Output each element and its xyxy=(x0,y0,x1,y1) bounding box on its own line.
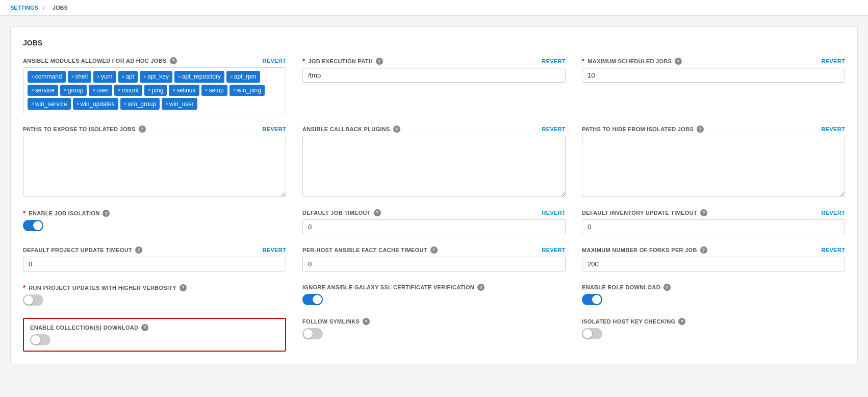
tag-apt-rpm: ×apt_rpm xyxy=(226,71,260,83)
follow-symlinks-thumb xyxy=(303,329,313,338)
run-project-updates-label: RUN PROJECT UPDATES WITH HIGHER VERBOSIT… xyxy=(29,285,176,291)
enable-role-download-toggle[interactable] xyxy=(582,294,602,305)
tag-apt: ×apt xyxy=(118,71,138,83)
breadcrumb-current: JOBS xyxy=(53,5,68,11)
isolated-host-key-checking-thumb xyxy=(583,329,592,338)
tag-mount: ×mount xyxy=(114,85,142,96)
run-project-updates-track xyxy=(23,294,43,306)
follow-symlinks-label: FOLLOW SYMLINKS xyxy=(302,318,360,325)
default-inventory-update-timeout-revert-btn[interactable]: REVERT xyxy=(822,210,845,216)
paths-expose-input[interactable] xyxy=(23,136,286,197)
enable-collections-download-field: ENABLE COLLECTION(S) DOWNLOAD ? xyxy=(23,318,286,352)
default-inventory-update-timeout-label: DEFAULT INVENTORY UPDATE TIMEOUT xyxy=(582,210,697,216)
paths-expose-field: PATHS TO EXPOSE TO ISOLATED JOBS ? REVER… xyxy=(23,126,286,197)
enable-collections-download-label: ENABLE COLLECTION(S) DOWNLOAD xyxy=(30,325,138,331)
enable-collections-download-thumb xyxy=(31,335,40,344)
ignore-ansible-galaxy-ssl-help-icon[interactable]: ? xyxy=(477,284,484,291)
paths-expose-help-icon[interactable]: ? xyxy=(139,126,146,133)
ansible-callback-plugins-field: ANSIBLE CALLBACK PLUGINS ? REVERT xyxy=(302,126,566,197)
per-host-ansible-fact-cache-revert-btn[interactable]: REVERT xyxy=(542,247,566,253)
settings-link[interactable]: SETTINGS xyxy=(10,5,38,11)
default-project-update-timeout-label: DEFAULT PROJECT UPDATE TIMEOUT xyxy=(23,247,132,253)
isolated-host-key-checking-label: ISOLATED HOST KEY CHECKING xyxy=(582,318,675,325)
enable-role-download-label: ENABLE ROLE DOWNLOAD xyxy=(582,284,660,290)
run-project-updates-help-icon[interactable]: ? xyxy=(180,284,187,291)
paths-expose-revert-btn[interactable]: REVERT xyxy=(263,126,286,132)
ansible-modules-help-icon[interactable]: ? xyxy=(170,57,177,64)
enable-job-isolation-toggle[interactable] xyxy=(23,220,43,231)
follow-symlinks-field: FOLLOW SYMLINKS ? xyxy=(302,318,566,352)
enable-collections-download-help-icon[interactable]: ? xyxy=(141,324,148,331)
follow-symlinks-toggle[interactable] xyxy=(302,328,323,339)
tag-service: ×service xyxy=(28,85,58,96)
enable-job-isolation-field: * ENABLE JOB ISOLATION ? xyxy=(23,209,286,234)
maximum-number-of-forks-revert-btn[interactable]: REVERT xyxy=(822,247,845,253)
tag-selinux: ×selinux xyxy=(169,85,199,96)
per-host-ansible-fact-cache-help-icon[interactable]: ? xyxy=(430,246,438,254)
default-job-timeout-field: DEFAULT JOB TIMEOUT ? REVERT xyxy=(302,209,566,234)
tag-win-updates: ×win_updates xyxy=(73,98,118,110)
job-execution-path-field: * JOB EXECUTION PATH ? REVERT xyxy=(302,57,566,113)
maximum-number-of-forks-label: MAXIMUM NUMBER OF FORKS PER JOB xyxy=(582,247,697,253)
default-inventory-update-timeout-help-icon[interactable]: ? xyxy=(700,209,707,216)
per-host-ansible-fact-cache-field: PER-HOST ANSIBLE FACT CACHE TIMEOUT ? RE… xyxy=(302,246,566,271)
tag-shell: ×shell xyxy=(68,71,92,83)
enable-job-isolation-label: ENABLE JOB ISOLATION xyxy=(29,210,99,216)
enable-role-download-field: ENABLE ROLE DOWNLOAD ? xyxy=(582,284,845,306)
tag-user: ×user xyxy=(89,85,112,96)
default-job-timeout-label: DEFAULT JOB TIMEOUT xyxy=(302,210,371,216)
maximum-scheduled-jobs-help-icon[interactable]: ? xyxy=(675,58,682,65)
ansible-modules-revert-btn[interactable]: REVERT xyxy=(263,58,286,64)
default-job-timeout-help-icon[interactable]: ? xyxy=(374,209,381,216)
default-job-timeout-input[interactable] xyxy=(302,219,566,234)
job-execution-path-input[interactable] xyxy=(302,68,566,83)
fields-grid: ANSIBLE MODULES ALLOWED FOR AD HOC JOBS … xyxy=(23,57,845,352)
default-project-update-timeout-help-icon[interactable]: ? xyxy=(135,246,142,254)
maximum-number-of-forks-input[interactable] xyxy=(582,257,845,271)
maximum-scheduled-jobs-field: * MAXIMUM SCHEDULED JOBS ? REVERT xyxy=(582,57,845,113)
maximum-scheduled-jobs-input[interactable] xyxy=(582,68,845,83)
ansible-callback-plugins-input[interactable] xyxy=(302,136,566,197)
default-project-update-timeout-field: DEFAULT PROJECT UPDATE TIMEOUT ? REVERT xyxy=(23,246,286,271)
isolated-host-key-checking-help-icon[interactable]: ? xyxy=(678,318,685,325)
ignore-ansible-galaxy-ssl-label: IGNORE ANSIBLE GALAXY SSL CERTIFICATE VE… xyxy=(302,284,474,290)
default-job-timeout-revert-btn[interactable]: REVERT xyxy=(542,210,566,216)
paths-hide-help-icon[interactable]: ? xyxy=(697,126,704,133)
paths-expose-label: PATHS TO EXPOSE TO ISOLATED JOBS xyxy=(23,126,136,132)
default-inventory-update-timeout-field: DEFAULT INVENTORY UPDATE TIMEOUT ? REVER… xyxy=(582,209,845,234)
default-project-update-timeout-input[interactable] xyxy=(23,257,286,271)
ignore-ansible-galaxy-ssl-toggle[interactable] xyxy=(302,294,323,305)
maximum-number-of-forks-help-icon[interactable]: ? xyxy=(700,246,707,254)
enable-collections-download-track xyxy=(30,334,50,345)
enable-collections-download-toggle[interactable] xyxy=(30,334,50,345)
enable-job-isolation-thumb xyxy=(33,221,42,230)
tag-yum: ×yum xyxy=(93,71,116,83)
tag-setup: ×setup xyxy=(201,85,227,96)
job-execution-path-revert-btn[interactable]: REVERT xyxy=(542,58,566,64)
per-host-ansible-fact-cache-input[interactable] xyxy=(302,257,566,271)
isolated-host-key-checking-toggle[interactable] xyxy=(582,328,602,339)
ansible-callback-plugins-revert-btn[interactable]: REVERT xyxy=(542,126,566,132)
paths-hide-revert-btn[interactable]: REVERT xyxy=(822,126,845,132)
breadcrumb: SETTINGS / JOBS xyxy=(0,0,868,16)
paths-hide-input[interactable] xyxy=(582,136,845,197)
card-title: JOBS xyxy=(23,39,845,47)
paths-hide-label: PATHS TO HIDE FROM ISOLATED JOBS xyxy=(582,126,694,132)
default-inventory-update-timeout-input[interactable] xyxy=(582,219,845,234)
enable-job-isolation-help-icon[interactable]: ? xyxy=(103,210,110,217)
enable-role-download-help-icon[interactable]: ? xyxy=(663,284,671,291)
isolated-host-key-checking-track xyxy=(582,328,602,339)
tag-win-user: ×win_user xyxy=(162,98,197,110)
maximum-scheduled-jobs-revert-btn[interactable]: REVERT xyxy=(822,58,845,64)
maximum-scheduled-jobs-label: MAXIMUM SCHEDULED JOBS xyxy=(588,58,672,64)
follow-symlinks-help-icon[interactable]: ? xyxy=(363,318,370,325)
default-project-update-timeout-revert-btn[interactable]: REVERT xyxy=(263,247,286,253)
breadcrumb-separator: / xyxy=(43,5,44,11)
ansible-callback-plugins-help-icon[interactable]: ? xyxy=(393,126,400,133)
ignore-ansible-galaxy-ssl-track xyxy=(302,294,323,305)
job-execution-path-help-icon[interactable]: ? xyxy=(376,58,383,65)
ignore-ansible-galaxy-ssl-field: IGNORE ANSIBLE GALAXY SSL CERTIFICATE VE… xyxy=(302,284,566,306)
tag-win-ping: ×win_ping xyxy=(229,85,265,96)
tag-group: ×group xyxy=(60,85,87,96)
run-project-updates-toggle[interactable] xyxy=(23,294,43,306)
